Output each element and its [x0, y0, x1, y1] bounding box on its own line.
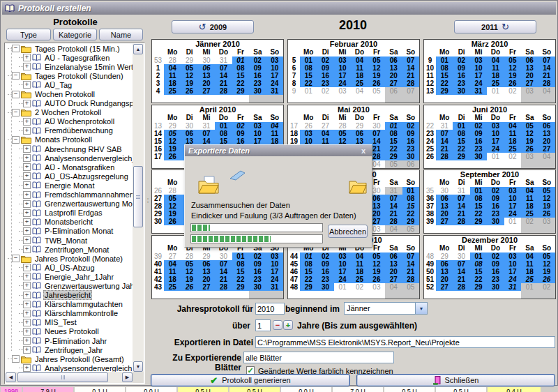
expand-icon[interactable]: +	[23, 264, 31, 271]
day-cell[interactable]: 06	[351, 130, 368, 137]
day-cell[interactable]: 04	[351, 252, 368, 260]
day-cell[interactable]: 22	[436, 80, 453, 87]
day-cell[interactable]: 14	[385, 202, 402, 210]
day-cell[interactable]: 22	[402, 210, 419, 218]
day-cell[interactable]: 05	[368, 56, 385, 64]
day-cell[interactable]: 26	[181, 87, 197, 95]
day-cell[interactable]: 01	[385, 122, 402, 130]
day-cell[interactable]: 15	[402, 202, 419, 210]
day-cell[interactable]: 23	[487, 210, 504, 218]
day-cell[interactable]: 24	[504, 276, 521, 283]
day-cell[interactable]: 23	[487, 276, 504, 283]
day-cell[interactable]: 26	[368, 276, 385, 283]
day-cell[interactable]: 10	[334, 260, 351, 268]
day-cell[interactable]: 05	[385, 160, 402, 168]
collapse-icon[interactable]: −	[12, 72, 20, 80]
day-cell[interactable]: 16	[317, 72, 333, 80]
expand-icon[interactable]: +	[23, 227, 31, 235]
collapse-icon[interactable]: −	[12, 109, 20, 116]
day-cell[interactable]: 30	[249, 283, 266, 291]
day-cell[interactable]: 20	[436, 276, 453, 283]
day-cell[interactable]: 07	[402, 252, 419, 260]
day-cell[interactable]: 16	[487, 268, 504, 276]
day-cell[interactable]: 22	[232, 276, 249, 283]
day-cell[interactable]: 31	[504, 283, 521, 291]
day-cell[interactable]: 25	[351, 276, 368, 283]
day-cell[interactable]: 26	[521, 145, 538, 153]
expand-icon[interactable]: +	[23, 181, 31, 189]
expand-icon[interactable]: +	[23, 246, 31, 253]
expand-icon[interactable]: +	[23, 346, 31, 354]
day-cell[interactable]: 04	[521, 187, 538, 195]
day-cell[interactable]: 27	[198, 87, 215, 95]
expand-icon[interactable]: +	[23, 81, 31, 89]
tree-item-wochen-protokoll[interactable]: −Wochen Protokoll	[6, 89, 133, 98]
decrement-button[interactable]: −	[273, 320, 282, 330]
day-cell[interactable]: 11	[487, 64, 504, 72]
day-cell[interactable]: 02	[487, 252, 504, 260]
export-file-input[interactable]	[255, 336, 555, 348]
day-cell[interactable]: 05	[334, 130, 351, 137]
next-year-button[interactable]: 2011 ↻	[454, 20, 536, 33]
day-cell[interactable]: 09	[402, 130, 419, 137]
collapse-icon[interactable]: −	[12, 91, 20, 98]
day-cell[interactable]: 17	[334, 72, 351, 80]
day-cell[interactable]: 09	[232, 130, 249, 137]
tree-item-p-elimination-jahr[interactable]: +P-Elimination Jahr	[6, 336, 133, 345]
collapse-icon[interactable]: −	[12, 355, 20, 363]
day-cell[interactable]: 16	[487, 202, 504, 210]
day-cell[interactable]: 01	[436, 56, 453, 64]
day-cell[interactable]: 18	[351, 268, 368, 276]
day-cell[interactable]: 07	[215, 260, 232, 268]
day-cell[interactable]: 03	[266, 252, 283, 260]
tree-item-jahres-protokoll-gesamt-[interactable]: −Jahres Protokoll (Gesamt)	[6, 354, 133, 363]
day-cell[interactable]: 17	[504, 202, 521, 210]
day-cell[interactable]: 08	[470, 195, 487, 202]
day-cell[interactable]: 02	[317, 87, 333, 95]
tree-item-aü-tag[interactable]: +AÜ_Tag	[6, 80, 133, 89]
day-cell[interactable]: 05	[538, 187, 555, 195]
chevron-down-icon[interactable]: ▼	[415, 303, 427, 314]
day-cell[interactable]: 14	[538, 64, 555, 72]
day-cell[interactable]: 28	[385, 218, 402, 225]
day-cell[interactable]: 17	[266, 72, 283, 80]
day-cell[interactable]: 10	[249, 130, 266, 137]
day-cell[interactable]: 28	[453, 283, 469, 291]
day-cell[interactable]: 23	[249, 80, 266, 87]
day-cell[interactable]: 14	[436, 137, 453, 145]
day-cell[interactable]: 07	[385, 195, 402, 202]
day-cell[interactable]: 08	[300, 64, 317, 72]
day-cell[interactable]: 04	[521, 252, 538, 260]
expand-icon[interactable]: +	[23, 337, 31, 345]
tree-item-zentrifugen-monat[interactable]: +Zentrifugen_Monat	[6, 245, 133, 254]
day-cell[interactable]: 28	[334, 122, 351, 130]
day-cell[interactable]: 03	[521, 153, 538, 160]
day-cell[interactable]: 10	[487, 130, 504, 137]
day-cell[interactable]: 17	[470, 72, 487, 80]
tree-item-einzelanalyse-15min-werte[interactable]: +Einzelanalyse 15min Werte	[6, 62, 133, 71]
day-cell[interactable]: 15	[453, 137, 469, 145]
day-cell[interactable]: 28	[164, 56, 181, 64]
day-cell[interactable]: 23	[402, 145, 419, 153]
expand-icon[interactable]: +	[23, 218, 31, 226]
day-cell[interactable]: 14	[402, 260, 419, 268]
tree-item-neues-protokoll[interactable]: +Neues Protokoll	[6, 327, 133, 336]
day-cell[interactable]: 03	[538, 218, 555, 225]
day-cell[interactable]: 27	[436, 218, 453, 225]
day-cell[interactable]: 16	[317, 268, 333, 276]
day-cell[interactable]: 28	[215, 87, 232, 95]
day-cell[interactable]: 19	[538, 268, 555, 276]
day-cell[interactable]: 16	[453, 72, 469, 80]
day-cell[interactable]: 09	[453, 64, 469, 72]
scroll-down-icon[interactable]: ▼	[133, 361, 143, 372]
day-cell[interactable]: 04	[385, 283, 402, 291]
day-cell[interactable]: 14	[215, 72, 232, 80]
day-cell[interactable]: 30	[453, 87, 469, 95]
day-cell[interactable]: 01	[232, 56, 249, 64]
day-cell[interactable]: 09	[487, 195, 504, 202]
day-cell[interactable]: 06	[385, 56, 402, 64]
sheets-input[interactable]	[243, 352, 394, 363]
day-cell[interactable]: 06	[198, 260, 215, 268]
tree-item-lastprofil-erdgas[interactable]: +Lastprofil Erdgas	[6, 209, 133, 218]
day-cell[interactable]: 25	[521, 210, 538, 218]
